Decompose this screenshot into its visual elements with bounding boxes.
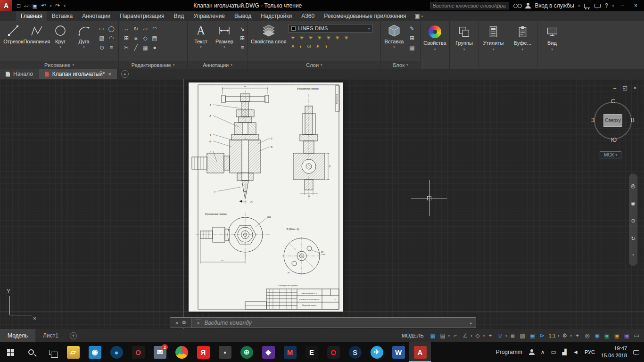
insert-block-button[interactable]: Вставка ▾ [382,22,406,60]
undo-icon[interactable]: ↶ [41,2,46,9]
redo-icon[interactable]: ↷ [55,2,60,9]
action-center-icon[interactable] [633,350,639,354]
ribbon-tab-addins[interactable]: Надстройки [256,11,297,21]
object-snap-tracking-icon[interactable]: + [486,331,495,340]
move-tool-icon[interactable]: ↔ [122,25,131,33]
panel-title-draw[interactable]: Рисование ▾ [0,61,118,69]
panel-utilities[interactable]: Утилиты ▾ [479,21,508,69]
block-attributes-icon[interactable]: ▦ [408,43,416,52]
close-tab-icon[interactable]: × [108,71,111,77]
drawing-canvas[interactable]: Рукоятка снята Рукоятка снята В (Поз. 2)… [0,79,644,329]
search-button[interactable] [21,342,41,362]
layer-delete-icon[interactable]: ◑ [324,43,328,49]
transparency-icon[interactable]: ▨ [518,331,527,340]
ribbon-tab-output[interactable]: Вывод [230,11,256,21]
workspace-gear-icon[interactable]: ⚙ [560,331,569,340]
grid-icon[interactable]: ▦ [429,331,438,340]
isodraft-icon[interactable]: ◇ [473,331,482,340]
command-line[interactable]: × ⚙ > ▴ [170,317,476,328]
new-tab-button[interactable]: + [121,70,129,78]
language-indicator[interactable]: РУС [585,349,595,355]
taskbar-epic-games[interactable]: E [301,342,322,362]
hatch-tool-icon[interactable]: ▨ [98,34,106,42]
taskbar-globe-app[interactable]: ⊕ [236,342,257,362]
plugin-b-icon[interactable]: ▣ [612,331,621,340]
circle-tool-button[interactable]: Круг ▾ [49,22,72,60]
viewcube-top-face[interactable]: Сверху [603,114,622,127]
object-isolate-icon[interactable]: ◎ [583,331,592,340]
close-icon[interactable]: × [631,2,640,9]
isodraft-chevron-icon[interactable]: ▾ [483,334,485,337]
model-space-button[interactable]: МОДЕЛЬ [402,333,424,338]
help-icon[interactable]: ? [605,2,608,9]
pan-icon[interactable]: ◉ [631,200,636,206]
workspace-chevron-icon[interactable]: ▾ [570,334,572,337]
command-customize-icon[interactable]: ⚙ [182,320,186,326]
minimize-icon[interactable]: – [618,2,627,9]
lineweight-icon[interactable]: ≣ [508,331,517,340]
viewcube-south[interactable]: Ю [611,137,617,143]
file-tab-document[interactable]: Клапан игольчатый* × [39,69,117,79]
panel-title-block[interactable]: Блок ▾ [381,61,420,69]
taskbar-opera[interactable]: O [322,342,344,362]
new-layout-button[interactable]: + [70,332,77,339]
scale-tool-icon[interactable]: ◇ [141,34,149,42]
autocad-logo[interactable]: A [0,0,12,11]
layer-off-icon[interactable]: ☀ [335,35,340,41]
drawing-sheet[interactable]: Рукоятка снята Рукоятка снята В (Поз. 2)… [189,82,343,312]
explode-tool-icon[interactable]: ● [150,43,159,52]
save-icon[interactable]: ▣ [32,2,37,9]
viewcube-east[interactable]: В [631,117,635,123]
viewcube-west[interactable]: З [591,117,594,123]
polar-tracking-icon[interactable]: ∠ [461,331,470,340]
panel-title-layers[interactable]: Слои ▾ [248,61,380,69]
polyline-tool-button[interactable]: Полилиния [25,22,49,60]
extend-tool-icon[interactable]: ╱ [132,43,140,52]
viewport-minimize-icon[interactable]: – [613,85,616,91]
clean-screen-icon[interactable]: ▭ [632,331,641,340]
viewport-close-icon[interactable]: × [634,85,636,91]
layer-walk-icon[interactable]: ◐ [299,43,303,49]
taskbar-photos[interactable]: ◉ [84,342,106,362]
taskbar-word[interactable]: W [388,342,409,362]
navigation-bar[interactable]: ◎ ◉ ⊙ ↻ ▾ [629,173,637,266]
taskbar-telegram[interactable]: ✈ [366,342,388,362]
text-tool-button[interactable]: А Текст ▾ [189,22,213,60]
fillet-tool-icon[interactable]: ◠ [150,25,159,33]
dynamic-input-icon[interactable]: ⊳ [538,331,547,340]
mirror-tool-icon[interactable]: ▱ [141,25,149,33]
tray-battery-icon[interactable]: ▭ [551,349,556,355]
multiline-tool-icon[interactable]: ≡ [238,43,247,52]
tray-expand-icon[interactable]: ∧ [541,349,545,355]
panel-title-annotation[interactable]: Аннотации ▾ [188,61,248,69]
arc-tool-button[interactable]: Дуга ▾ [72,22,96,60]
command-history-icon[interactable]: ▴ [470,321,476,325]
layer-on-icon[interactable]: ☀ [290,35,295,41]
ucs-selector-button[interactable]: МСК ▾ [600,151,621,158]
taskbar-purple-app[interactable]: ◆ [257,342,279,362]
redo-chevron-icon[interactable]: ▾ [64,4,66,8]
panel-clipboard[interactable]: Буфе... ▾ [508,21,537,69]
stretch-tool-icon[interactable]: ▤ [150,34,159,42]
layer-unisolate-icon[interactable]: ☀ [326,35,331,41]
object-snap-chevron-icon[interactable]: ▾ [505,334,507,337]
plugin-a-icon[interactable]: ▣ [603,331,611,340]
block-create-icon[interactable]: ⊞ [408,34,416,42]
selection-cycling-icon[interactable]: ▣ [528,331,537,340]
viewport-restore-icon[interactable]: ◱ [622,85,627,91]
help-chevron-icon[interactable]: ▾ [612,4,614,8]
app-store-cart-icon[interactable] [584,4,590,8]
tray-volume-icon[interactable]: ◄ [573,349,578,355]
viewcube[interactable]: С Ю З В Сверху [590,98,636,143]
layer-lock-icon[interactable]: ☀ [308,35,313,41]
taskbar-clock[interactable]: 19:47 15.04.2018 [601,345,627,359]
offset-tool-icon[interactable]: ≡ [132,34,140,42]
graphics-performance-icon[interactable]: ◉ [593,331,602,340]
ribbon-overflow-button[interactable]: ▣ ▾ [411,11,427,21]
layer-isolate-icon[interactable]: ☀ [317,35,322,41]
new-file-icon[interactable]: □ [17,2,20,9]
user-account-icon[interactable] [525,3,531,8]
model-tab[interactable]: Модель [0,329,35,342]
layer-merge-icon[interactable]: ☀ [315,43,320,49]
taskbar-opera-gx[interactable]: O [127,342,149,362]
